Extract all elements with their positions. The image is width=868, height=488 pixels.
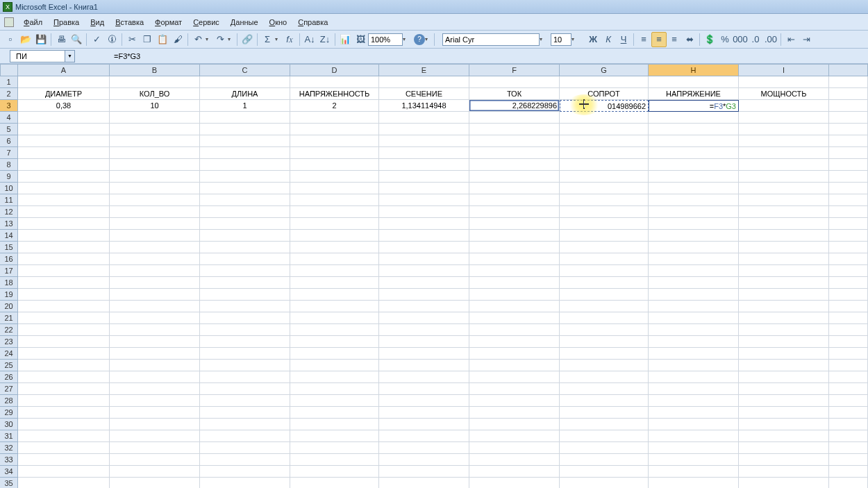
cell-35[interactable] bbox=[829, 478, 868, 488]
cell-17[interactable] bbox=[829, 265, 868, 277]
cell-I9[interactable] bbox=[739, 171, 829, 183]
cell-B33[interactable] bbox=[110, 454, 200, 466]
cell-E30[interactable] bbox=[379, 419, 469, 430]
cell-G25[interactable] bbox=[560, 360, 649, 371]
print-preview-icon[interactable]: 🔍 bbox=[69, 32, 84, 47]
hyperlink-icon[interactable]: 🔗 bbox=[240, 32, 255, 47]
cell-G34[interactable] bbox=[560, 466, 649, 478]
cell-I22[interactable] bbox=[739, 324, 829, 336]
cell-H33[interactable] bbox=[649, 454, 739, 466]
cell-27[interactable] bbox=[829, 383, 868, 395]
cell-D13[interactable] bbox=[290, 218, 379, 230]
research-icon[interactable]: 🛈 bbox=[104, 32, 119, 47]
cell-32[interactable] bbox=[829, 442, 868, 454]
row-header-17[interactable]: 17 bbox=[0, 265, 18, 277]
cell-C1[interactable] bbox=[200, 76, 290, 88]
row-header-29[interactable]: 29 bbox=[0, 407, 18, 419]
cell-C34[interactable] bbox=[200, 466, 290, 478]
cell-E6[interactable] bbox=[379, 135, 469, 147]
undo-dropdown[interactable]: ▾ bbox=[206, 36, 212, 42]
row-header-8[interactable]: 8 bbox=[0, 159, 18, 171]
cell-1[interactable] bbox=[829, 76, 868, 88]
row-header-26[interactable]: 26 bbox=[0, 371, 18, 383]
cell-I24[interactable] bbox=[739, 348, 829, 360]
name-box[interactable]: ПИ ▼ bbox=[10, 50, 75, 62]
cell-H29[interactable] bbox=[649, 407, 739, 419]
cell-I30[interactable] bbox=[739, 419, 829, 430]
cell-F8[interactable] bbox=[469, 159, 560, 171]
cell-F32[interactable] bbox=[469, 442, 560, 454]
row-header-1[interactable]: 1 bbox=[0, 76, 18, 88]
cell-G30[interactable] bbox=[560, 419, 649, 430]
cell-D3[interactable]: 2 bbox=[290, 100, 379, 112]
new-icon[interactable]: ▫ bbox=[3, 32, 18, 47]
cell-9[interactable] bbox=[829, 171, 868, 183]
cell-A32[interactable] bbox=[18, 442, 110, 454]
cell-H23[interactable] bbox=[649, 336, 739, 348]
menu-справка[interactable]: Справка bbox=[292, 17, 333, 28]
cell-G12[interactable] bbox=[560, 206, 649, 218]
cell-F27[interactable] bbox=[469, 383, 560, 395]
align-center-icon[interactable]: ≡ bbox=[651, 32, 667, 47]
cell-H7[interactable] bbox=[649, 147, 739, 159]
cell-B34[interactable] bbox=[110, 466, 200, 478]
row-header-20[interactable]: 20 bbox=[0, 301, 18, 312]
cell-I6[interactable] bbox=[739, 135, 829, 147]
cell-C27[interactable] bbox=[200, 383, 290, 395]
cell-12[interactable] bbox=[829, 206, 868, 218]
cell-F26[interactable] bbox=[469, 371, 560, 383]
cell-F33[interactable] bbox=[469, 454, 560, 466]
cell-B30[interactable] bbox=[110, 419, 200, 430]
cell-3[interactable] bbox=[829, 100, 868, 112]
cell-A30[interactable] bbox=[18, 419, 110, 430]
cell-G35[interactable] bbox=[560, 478, 649, 488]
cell-B8[interactable] bbox=[110, 159, 200, 171]
zoom-select[interactable]: 100% bbox=[368, 33, 403, 46]
cell-24[interactable] bbox=[829, 348, 868, 360]
cell-G2[interactable]: СОПРОТ bbox=[560, 88, 649, 100]
row-header-13[interactable]: 13 bbox=[0, 218, 18, 230]
cell-E5[interactable] bbox=[379, 124, 469, 135]
cell-33[interactable] bbox=[829, 454, 868, 466]
cell-F34[interactable] bbox=[469, 466, 560, 478]
cell-I12[interactable] bbox=[739, 206, 829, 218]
cell-G17[interactable] bbox=[560, 265, 649, 277]
cell-D22[interactable] bbox=[290, 324, 379, 336]
cell-G8[interactable] bbox=[560, 159, 649, 171]
cell-C25[interactable] bbox=[200, 360, 290, 371]
cell-D16[interactable] bbox=[290, 253, 379, 265]
cell-A15[interactable] bbox=[18, 242, 110, 253]
cell-31[interactable] bbox=[829, 430, 868, 442]
row-header-35[interactable]: 35 bbox=[0, 478, 18, 488]
cell-E25[interactable] bbox=[379, 360, 469, 371]
align-left-icon[interactable]: ≡ bbox=[636, 32, 651, 47]
row-header-34[interactable]: 34 bbox=[0, 466, 18, 478]
cell-E24[interactable] bbox=[379, 348, 469, 360]
menu-вид[interactable]: Вид bbox=[85, 17, 110, 28]
row-header-12[interactable]: 12 bbox=[0, 206, 18, 218]
cell-F4[interactable] bbox=[469, 112, 560, 124]
cell-B1[interactable] bbox=[110, 76, 200, 88]
cell-A16[interactable] bbox=[18, 253, 110, 265]
cell-E8[interactable] bbox=[379, 159, 469, 171]
cell-14[interactable] bbox=[829, 230, 868, 242]
row-header-19[interactable]: 19 bbox=[0, 289, 18, 301]
cell-I7[interactable] bbox=[739, 147, 829, 159]
cell-H30[interactable] bbox=[649, 419, 739, 430]
menu-формат[interactable]: Формат bbox=[149, 17, 187, 28]
cell-F2[interactable]: ТОК bbox=[469, 88, 560, 100]
cell-A2[interactable]: ДИАМЕТР bbox=[18, 88, 110, 100]
cell-D25[interactable] bbox=[290, 360, 379, 371]
cell-F18[interactable] bbox=[469, 277, 560, 289]
cell-I34[interactable] bbox=[739, 466, 829, 478]
cell-E18[interactable] bbox=[379, 277, 469, 289]
cell-A20[interactable] bbox=[18, 301, 110, 312]
cell-A9[interactable] bbox=[18, 171, 110, 183]
cell-A33[interactable] bbox=[18, 454, 110, 466]
cell-C2[interactable]: ДЛИНА bbox=[200, 88, 290, 100]
menu-данные[interactable]: Данные bbox=[225, 17, 264, 28]
cell-D7[interactable] bbox=[290, 147, 379, 159]
cell-H6[interactable] bbox=[649, 135, 739, 147]
cell-E33[interactable] bbox=[379, 454, 469, 466]
cell-I26[interactable] bbox=[739, 371, 829, 383]
